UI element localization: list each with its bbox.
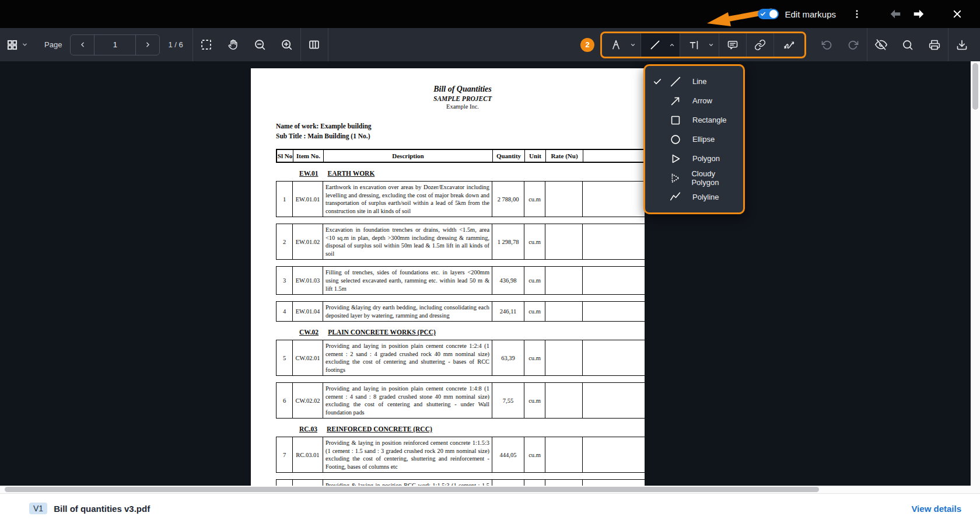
table-row: 4EW.01.04Providing &laying dry earth bed…	[276, 301, 645, 322]
eye-off-icon	[875, 39, 887, 51]
cell-quantity: 436,98	[492, 267, 524, 294]
view-details-link[interactable]: View details	[911, 504, 961, 514]
pan-hand-button[interactable]	[220, 28, 247, 61]
zoom-out-icon	[254, 39, 266, 51]
cloudy-polygon-icon	[668, 172, 681, 184]
horizontal-scrollbar	[0, 486, 971, 493]
line-tool-button[interactable]	[641, 33, 680, 57]
table-row: 2EW.01.02Excavation in foundation trench…	[276, 224, 645, 260]
search-button[interactable]	[894, 28, 921, 61]
menu-item-cloudy-polygon[interactable]: Cloudy Polygon	[645, 168, 743, 187]
previous-page-button[interactable]	[71, 34, 94, 55]
menu-item-polygon[interactable]: Polygon	[645, 149, 743, 168]
undo-icon	[821, 39, 832, 51]
chevron-right-icon	[144, 41, 152, 48]
line-icon	[649, 39, 661, 51]
next-file-icon[interactable]	[911, 6, 927, 22]
next-page-button[interactable]	[136, 34, 159, 55]
section-title: EARTH WORK	[328, 170, 375, 177]
thumbnails-button[interactable]	[0, 28, 34, 61]
header-rate: Rate (Nu)	[546, 150, 583, 162]
cell-unit: cu.m	[524, 224, 545, 259]
hide-markups-button[interactable]	[867, 28, 894, 61]
doc-company: Example Inc.	[276, 103, 645, 110]
cell-itemno: EW.01.03	[293, 267, 323, 294]
redo-icon	[848, 39, 859, 51]
cell-rate	[545, 340, 583, 375]
text-icon	[688, 39, 700, 51]
cell-amount	[583, 224, 645, 259]
redo-button[interactable]	[840, 28, 867, 61]
doc-name-of-work: Name of work: Example building	[276, 121, 645, 131]
edit-markups-toggle[interactable]	[758, 9, 779, 19]
menu-item-line[interactable]: Line	[645, 72, 743, 91]
table-row: 1EW.01.01Earthwork in excavation over ar…	[276, 181, 645, 217]
cell-rate	[545, 302, 583, 321]
print-button[interactable]	[921, 28, 948, 61]
pending-markups-badge[interactable]: 2	[580, 38, 594, 52]
cell-slno: 6	[276, 383, 293, 418]
undo-button[interactable]	[813, 28, 840, 61]
cell-amount	[583, 340, 645, 375]
comment-icon	[727, 39, 738, 51]
header-slno: Sl No	[277, 150, 293, 162]
vertical-scrollbar	[971, 61, 980, 493]
hand-icon	[227, 39, 239, 51]
cell-unit: cu.m	[524, 340, 545, 375]
two-page-view-button[interactable]	[301, 28, 328, 61]
horizontal-scrollbar-thumb[interactable]	[5, 487, 819, 492]
measure-tool-button[interactable]	[602, 33, 640, 57]
menu-item-arrow[interactable]: Arrow	[645, 91, 743, 110]
section-heading: CW.02PLAIN CONCRETE WORKS (PCC)	[299, 329, 645, 336]
cell-quantity: 2 788,00	[492, 182, 524, 217]
section-title: PLAIN CONCRETE WORKS (PCC)	[328, 329, 436, 336]
cell-itemno: EW.01.04	[293, 302, 323, 321]
cell-slno: 4	[276, 302, 293, 321]
chevron-down-icon	[630, 42, 636, 48]
section-code: RC.03	[299, 426, 317, 433]
download-icon	[956, 39, 968, 51]
cell-quantity: 7,55	[492, 383, 524, 418]
download-button[interactable]	[949, 28, 975, 61]
cell-description: Filling of trenches, sides of foundation…	[323, 267, 492, 294]
marquee-select-button[interactable]	[193, 28, 220, 61]
section-heading: EW.01EARTH WORK	[299, 170, 645, 177]
boq-table: Sl No Item No. Description Quantity Unit…	[276, 149, 645, 493]
zoom-in-button[interactable]	[274, 28, 300, 61]
signature-icon	[783, 39, 796, 51]
header-description: Description	[324, 150, 493, 162]
section-title: REINFORCED CONCRETE (RCC)	[327, 426, 432, 433]
marquee-icon	[200, 39, 212, 51]
previous-file-icon[interactable]	[887, 6, 904, 22]
doc-subtitle: SAMPLE PROJECT	[276, 95, 645, 102]
link-tool-button[interactable]	[747, 33, 774, 57]
chevron-down-icon	[22, 41, 28, 48]
document-viewport: Bill of Quantities SAMPLE PROJECT Exampl…	[0, 61, 980, 493]
search-icon	[902, 39, 914, 51]
menu-item-polyline[interactable]: Polyline	[645, 187, 743, 207]
check-icon	[760, 11, 766, 17]
cell-rate	[545, 267, 583, 294]
cell-unit: cu.m	[524, 437, 545, 472]
menu-item-ellipse[interactable]: Ellipse	[645, 130, 743, 149]
cell-amount	[583, 302, 645, 321]
pdf-page: Bill of Quantities SAMPLE PROJECT Exampl…	[251, 68, 645, 493]
two-page-view-icon	[308, 39, 320, 51]
header-quantity: Quantity	[493, 150, 525, 162]
cell-description: Providing & laying in position reinforce…	[323, 437, 492, 472]
print-icon	[929, 39, 940, 51]
kebab-menu-icon[interactable]	[849, 6, 865, 22]
comment-tool-button[interactable]	[719, 33, 746, 57]
file-bar: V1 Bill of quantities v3.pdf View detail…	[0, 493, 980, 523]
zoom-out-button[interactable]	[247, 28, 274, 61]
page-number-input[interactable]	[94, 34, 136, 55]
vertical-scrollbar-thumb[interactable]	[972, 63, 978, 110]
signature-tool-button[interactable]	[774, 33, 804, 57]
chevron-left-icon	[79, 41, 86, 48]
close-icon[interactable]	[949, 6, 965, 22]
text-tool-button[interactable]	[680, 33, 719, 57]
cell-quantity: 246,11	[492, 302, 524, 321]
cell-itemno: CW.02.02	[293, 383, 323, 418]
cell-description: Providing and laying in position plain c…	[323, 383, 492, 418]
menu-item-rectangle[interactable]: Rectangle	[645, 110, 743, 130]
